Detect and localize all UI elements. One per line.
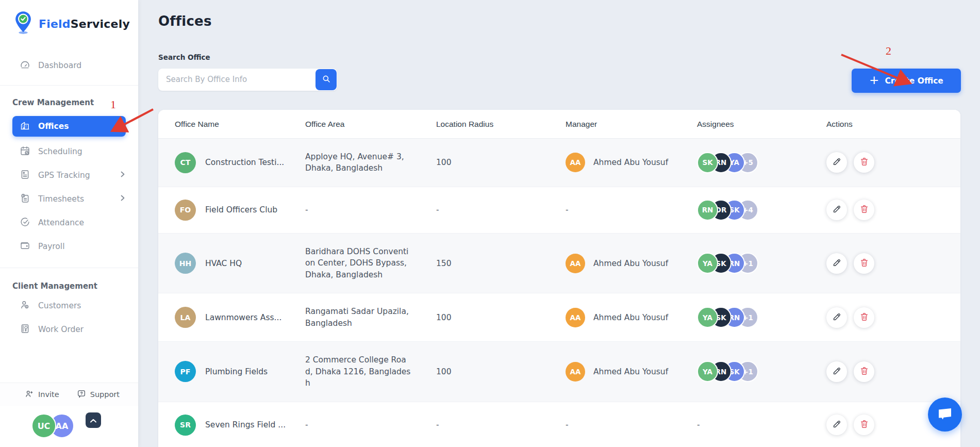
sidebar-item-gps-tracking[interactable]: GPS Tracking [0,163,138,187]
office-area: 2 Commerce College Road, Dhaka 1216, Ban… [305,354,411,389]
pencil-icon [832,419,842,431]
location-radius: 100 [436,367,566,376]
app-title: FieldServicely [39,18,130,30]
table-row: HH HVAC HQ Baridhara DOHS Convention Cen… [158,234,960,293]
table-row: SR Seven Rings Field ... - - - - [158,402,960,447]
building-icon [20,120,30,133]
edit-office-button[interactable] [826,253,847,274]
search-button[interactable] [315,69,337,90]
offices-table: Office Name Office Area Location Radius … [158,110,960,447]
trash-icon [859,366,869,377]
collapse-sidebar-button[interactable] [86,412,101,428]
office-avatar: PF [175,361,196,382]
search-office-label: Search Office [158,53,210,61]
delete-office-button[interactable] [854,307,874,328]
chat-widget-button[interactable] [928,398,962,432]
pencil-icon [832,258,842,269]
pencil-icon [832,312,842,323]
attendance-check-icon [20,217,30,229]
sidebar-item-attendance[interactable]: Attendance [0,211,138,235]
table-body: CT Construction Testi... Apploye HQ, Ave… [158,139,960,447]
delete-office-button[interactable] [854,253,874,274]
main-content: Offices Search Office + Create Office Of… [138,0,980,447]
sidebar-divider [0,85,138,86]
search-office-field [158,69,337,91]
timesheet-icon [20,193,30,206]
column-header-actions: Actions [826,120,960,129]
edit-office-button[interactable] [826,415,847,435]
column-header-manager: Manager [566,120,697,129]
sidebar-item-label: Payroll [38,242,64,251]
support-label: Support [90,390,120,399]
office-avatar: CT [175,152,196,173]
location-radius: - [436,420,566,429]
delete-office-button[interactable] [854,152,874,173]
delete-office-button[interactable] [854,361,874,382]
office-avatar: HH [175,253,196,274]
create-office-label: Create Office [885,76,943,86]
assignee-avatar: RN [697,200,718,221]
assignees-group: SKRNYA+5 [697,152,826,173]
sidebar-divider [0,268,138,268]
delete-office-button[interactable] [854,415,874,435]
office-avatar: FO [175,200,196,221]
manager-name: - [566,420,569,429]
sidebar-item-dashboard[interactable]: Dashboard [0,54,138,77]
sidebar-item-label: Attendance [38,218,84,227]
map-pin-logo-icon [12,10,34,37]
table-header-row: Office Name Office Area Location Radius … [158,110,960,139]
office-name: Lawnmowers Ass... [205,313,281,322]
annotation-step-2: 2 [886,44,891,58]
dashboard-gauge-icon [20,59,30,72]
table-row: FO Field Officers Club - - - RNDRSK+4 [158,187,960,234]
location-radius: 100 [436,158,566,167]
column-header-office-name: Office Name [175,120,305,129]
edit-office-button[interactable] [826,307,847,328]
assignee-avatar: SK [697,152,718,173]
edit-office-button[interactable] [826,361,847,382]
edit-office-button[interactable] [826,152,847,173]
assignees-group: YARNSK+1 [697,361,826,382]
sidebar-item-payroll[interactable]: Payroll [0,235,138,258]
chevron-right-icon [120,194,126,204]
customer-person-icon [20,300,30,312]
sidebar-item-timesheets[interactable]: Timesheets [0,187,138,211]
manager-name: Ahmed Abu Yousuf [593,259,668,268]
sidebar-item-label: Customers [38,301,81,310]
pencil-icon [832,157,842,168]
delete-office-button[interactable] [854,200,874,220]
office-area: - [305,204,411,216]
manager-name: - [566,205,569,214]
sidebar-item-offices[interactable]: Offices [12,116,126,137]
manager-avatar: AA [566,308,585,327]
assignees-group: RNDRSK+4 [697,200,826,221]
user-avatar[interactable]: UC [31,413,56,438]
search-input[interactable] [158,69,310,90]
edit-office-button[interactable] [826,200,847,220]
trash-icon [859,204,869,216]
office-avatar: SR [175,415,196,436]
sidebar-item-label: Scheduling [38,147,82,156]
plus-icon: + [869,73,879,87]
manager-name: Ahmed Abu Yousuf [593,367,668,376]
manager-avatar: AA [566,362,585,382]
chevron-right-icon [120,171,126,180]
support-question-icon [77,389,86,400]
app-logo[interactable]: FieldServicely [0,0,138,38]
assignee-avatar: YA [697,253,718,274]
support-link[interactable]: Support [77,389,120,400]
create-office-button[interactable]: + Create Office [852,69,961,93]
sidebar-item-customers[interactable]: Customers [0,294,138,318]
sidebar-item-scheduling[interactable]: Scheduling [0,140,138,163]
invite-link[interactable]: Invite [25,389,59,400]
location-radius: - [436,205,566,214]
pencil-icon [832,366,842,377]
sidebar-item-label: Timesheets [38,194,84,204]
table-row: PF Plumbing Fields 2 Commerce College Ro… [158,342,960,402]
trash-icon [859,258,869,269]
sidebar-item-work-order[interactable]: Work Order [0,318,138,341]
chevron-up-icon [90,416,97,425]
table-row: LA Lawnmowers Ass... Rangamati Sadar Upa… [158,293,960,342]
office-area: Apploye HQ, Avenue# 3, Dhaka, Bangladesh [305,151,411,174]
pencil-icon [832,204,842,216]
